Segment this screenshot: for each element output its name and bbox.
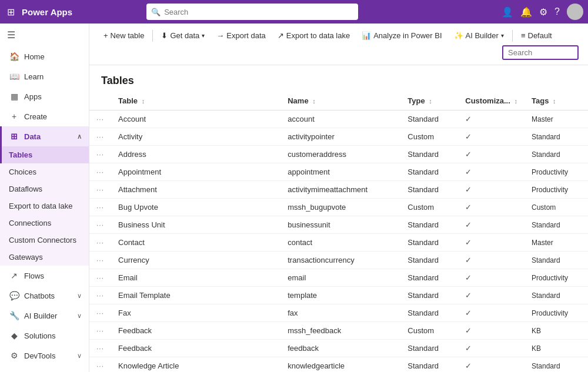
sidebar-item-learn[interactable]: 📖 Learn [0, 66, 89, 86]
tables-label: Tables [9, 150, 32, 159]
row-menu-dots[interactable]: ··· [96, 327, 104, 335]
app-logo: Power Apps [22, 7, 72, 17]
row-table-name: Fax [111, 304, 280, 322]
table-row[interactable]: ··· Currency transactioncurrency Standar… [89, 252, 588, 269]
row-menu-dots[interactable]: ··· [96, 344, 104, 353]
row-table-name: Email Template [111, 287, 280, 304]
sidebar-item-custom-connectors[interactable]: Custom Connectors [0, 232, 89, 249]
row-menu-dots[interactable]: ··· [96, 221, 104, 229]
analyze-power-bi-button[interactable]: 📊 Analyze in Power BI [357, 28, 446, 43]
col-header-type[interactable]: Type ↕ [400, 92, 458, 110]
help-icon[interactable]: ? [554, 6, 560, 17]
table-row[interactable]: ··· Account account Standard ✓ Master [89, 110, 588, 128]
check-icon: ✓ [465, 361, 472, 370]
avatar[interactable] [567, 4, 583, 20]
table-row[interactable]: ··· Business Unit businessunit Standard … [89, 216, 588, 234]
table-row[interactable]: ··· Attachment activitymimeattachment St… [89, 181, 588, 199]
export-to-data-lake-button[interactable]: ↗ Export to data lake [273, 28, 355, 43]
table-row[interactable]: ··· Fax fax Standard ✓ Productivity [89, 304, 588, 322]
row-menu-dots[interactable]: ··· [96, 291, 104, 300]
col-header-customizable[interactable]: Customiza... ↕ [458, 92, 524, 110]
table-row[interactable]: ··· Activity activitypointer Custom ✓ St… [89, 128, 588, 146]
sidebar-item-data[interactable]: ⊞ Data ∧ [0, 126, 89, 146]
chevron-down-devtools-icon: ∨ [77, 352, 82, 360]
row-type: Standard [400, 110, 458, 128]
row-tags: Standard [524, 128, 588, 146]
sidebar-item-tables[interactable]: Tables [0, 146, 89, 163]
sidebar-item-gateways[interactable]: Gateways [0, 249, 89, 266]
sidebar-item-dataflows[interactable]: Dataflows [0, 180, 89, 197]
row-table-name: Attachment [111, 181, 280, 199]
dataflows-label: Dataflows [9, 185, 42, 193]
row-menu-dots[interactable]: ··· [96, 168, 104, 176]
topbar-search-box[interactable]: 🔍 [146, 4, 358, 20]
row-menu-dots[interactable]: ··· [96, 115, 104, 123]
table-row[interactable]: ··· Feedback mssh_feedback Custom ✓ KB [89, 322, 588, 340]
col-header-name[interactable]: Name ↕ [280, 92, 400, 110]
sidebar-item-devtools[interactable]: ⚙ DevTools ∨ [0, 346, 89, 366]
sidebar-item-ai-builder[interactable]: 🔧 AI Builder ∨ [0, 306, 89, 326]
table-row[interactable]: ··· Feedback feedback Standard ✓ KB [89, 340, 588, 357]
sort-custom-icon[interactable]: ↕ [514, 98, 517, 105]
row-table-name: Business Unit [111, 216, 280, 234]
contact-icon[interactable]: 👤 [502, 6, 513, 18]
table-row[interactable]: ··· Email Template template Standard ✓ S… [89, 287, 588, 304]
new-table-icon: + [103, 31, 108, 40]
sidebar-item-connections[interactable]: Connections [0, 215, 89, 232]
row-menu-dots[interactable]: ··· [96, 274, 104, 282]
sidebar-item-apps[interactable]: ▦ Apps [0, 86, 89, 106]
sidebar-item-flows[interactable]: ↗ Flows [0, 266, 89, 286]
grid-icon[interactable]: ⊞ [5, 4, 17, 20]
check-icon: ✓ [465, 326, 472, 335]
row-menu-dots[interactable]: ··· [96, 239, 104, 247]
get-data-button[interactable]: ⬇ Get data ▾ [156, 28, 209, 43]
notifications-icon[interactable]: 🔔 [520, 6, 532, 18]
row-tags: KB [524, 322, 588, 340]
sort-type-icon[interactable]: ↕ [429, 98, 432, 105]
row-menu-dots[interactable]: ··· [96, 186, 104, 194]
row-name: account [280, 110, 400, 128]
table-row[interactable]: ··· Email email Standard ✓ Productivity [89, 269, 588, 287]
table-row[interactable]: ··· Knowledge Article knowledgearticle S… [89, 357, 588, 373]
row-menu-dots[interactable]: ··· [96, 133, 104, 141]
apps-icon: ▦ [9, 92, 19, 101]
ai-builder-button[interactable]: ✨ AI Builder ▾ [449, 28, 509, 43]
check-icon: ✓ [465, 220, 472, 229]
col-header-table[interactable]: Table ↕ [111, 92, 280, 110]
row-tags: Standard [524, 146, 588, 163]
table-row[interactable]: ··· Address customeraddress Standard ✓ S… [89, 146, 588, 163]
sort-table-icon[interactable]: ↕ [142, 98, 145, 105]
sidebar-item-home[interactable]: 🏠 Home [0, 46, 89, 66]
toolbar-search-input[interactable] [502, 45, 579, 60]
table-row[interactable]: ··· Contact contact Standard ✓ Master [89, 234, 588, 252]
new-table-button[interactable]: + New table [99, 28, 149, 43]
row-menu-dots[interactable]: ··· [96, 256, 104, 264]
row-menu-dots[interactable]: ··· [96, 362, 104, 370]
sort-name-icon[interactable]: ↕ [312, 98, 316, 105]
export-data-button[interactable]: → Export data [212, 28, 270, 43]
row-name: fax [280, 304, 400, 322]
sidebar-item-choices[interactable]: Choices [0, 163, 89, 180]
table-row[interactable]: ··· Bug Upvote mssh_bugupvote Custom ✓ C… [89, 199, 588, 216]
row-tags: Standard [524, 252, 588, 269]
col-header-tags[interactable]: Tags ↕ [524, 92, 588, 110]
row-table-name: Contact [111, 234, 280, 252]
sort-tags-icon[interactable]: ↕ [553, 98, 556, 105]
sidebar-item-create[interactable]: + Create [0, 106, 89, 126]
default-button[interactable]: ≡ Default [516, 28, 557, 43]
search-input[interactable] [164, 8, 353, 16]
row-menu-dots[interactable]: ··· [96, 150, 104, 159]
settings-icon[interactable]: ⚙ [539, 6, 547, 18]
sidebar-item-solutions[interactable]: ◆ Solutions [0, 326, 89, 346]
row-table-name: Knowledge Article [111, 357, 280, 373]
sidebar-item-export-data-lake[interactable]: Export to data lake [0, 197, 89, 215]
sidebar-item-graphqltools[interactable]: ◈ GraphQLTools ∨ [0, 366, 89, 372]
table-row[interactable]: ··· Appointment appointment Standard ✓ P… [89, 163, 588, 181]
sidebar-toggle[interactable]: ☰ [0, 24, 89, 46]
table-area[interactable]: Table ↕ Name ↕ Type ↕ Customiza... [89, 92, 588, 372]
power-bi-icon: 📊 [362, 31, 371, 40]
row-menu-dots[interactable]: ··· [96, 203, 104, 212]
row-menu-dots[interactable]: ··· [96, 309, 104, 317]
sidebar-item-chatbots[interactable]: 💬 Chatbots ∨ [0, 286, 89, 306]
check-icon: ✓ [465, 132, 472, 141]
